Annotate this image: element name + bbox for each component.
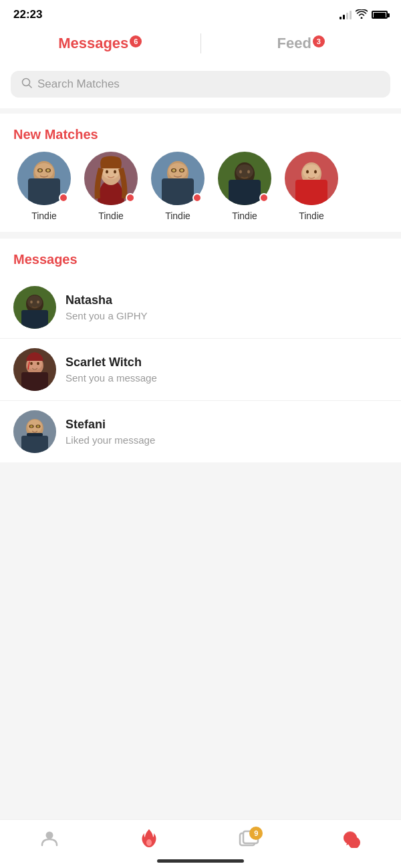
svg-line-1 [29,85,31,88]
svg-point-45 [30,362,33,365]
nav-stack[interactable]: 9 [239,829,260,848]
svg-rect-26 [229,180,261,205]
svg-point-28 [247,170,250,174]
svg-point-54 [30,425,33,428]
matches-scroll: Tindie [0,152,401,221]
svg-point-58 [146,839,152,846]
svg-point-34 [314,170,317,174]
match-name-2: Tindie [98,210,124,221]
svg-point-33 [306,170,309,174]
feed-tab[interactable]: Feed3 [201,35,402,52]
signal-icon [340,10,352,19]
nav-chat[interactable] [341,829,361,848]
svg-point-40 [37,301,39,303]
messages-tab[interactable]: Messages6 [0,35,200,52]
svg-point-27 [239,170,242,174]
message-preview-stefani: Liked your message [65,434,388,446]
profile-icon [40,829,59,848]
svg-point-63 [344,832,357,844]
match-name-5: Tindie [299,210,324,221]
svg-rect-38 [21,310,48,329]
search-icon [21,78,32,91]
message-name-stefani: Stefani [65,418,388,432]
svg-point-22 [180,169,184,172]
message-preview-natasha: Sent you a GIPHY [65,310,388,321]
status-time: 22:23 [13,8,42,21]
nav-profile[interactable] [40,829,59,848]
svg-point-31 [303,164,320,179]
nav-flame[interactable] [140,828,158,849]
message-avatar-natasha [13,286,56,329]
match-item-2[interactable]: Tindie [78,152,144,221]
search-placeholder: Search Matches [37,78,120,91]
message-info-stefani: Stefani Liked your message [65,418,388,446]
svg-point-14 [114,170,116,174]
match-name-1: Tindie [31,210,57,221]
home-indicator [157,859,244,863]
svg-point-55 [37,425,39,428]
message-name-natasha: Natasha [65,293,388,307]
search-bar[interactable]: Search Matches [11,71,390,98]
wifi-icon [356,9,368,21]
match-item-3[interactable]: Tindie [144,152,211,221]
match-name-4: Tindie [232,210,257,221]
online-dot-2 [126,193,135,202]
svg-rect-56 [27,433,43,436]
svg-rect-32 [295,180,327,205]
message-avatar-scarlet-witch [13,348,56,391]
svg-rect-18 [162,178,194,205]
svg-rect-51 [21,436,48,453]
match-item-1[interactable]: Tindie [11,152,78,221]
message-name-scarlet-witch: Scarlet Witch [65,355,388,370]
match-avatar-5 [285,152,338,205]
online-dot-3 [192,193,202,202]
message-item-stefani[interactable]: Stefani Liked your message [0,401,401,462]
battery-icon [372,11,388,19]
message-preview-scarlet-witch: Sent you a message [65,372,388,384]
status-icons [340,9,388,21]
svg-point-37 [27,295,42,309]
svg-point-21 [172,169,176,172]
svg-point-57 [46,832,53,839]
svg-rect-5 [28,178,60,205]
flame-icon [140,828,158,849]
svg-rect-44 [21,372,48,391]
svg-point-8 [39,169,42,172]
online-dot-4 [259,193,269,202]
status-bar: 22:23 [0,0,401,27]
svg-point-46 [37,362,39,365]
svg-point-39 [30,301,33,303]
match-name-3: Tindie [165,210,190,221]
main-content: Search Matches New Matches [0,64,401,523]
match-item-5[interactable]: Tindie [278,152,345,221]
new-matches-title: New Matches [0,114,401,152]
stack-badge: 9 [249,827,263,840]
svg-point-9 [47,169,50,172]
search-container: Search Matches [0,64,401,108]
message-info-natasha: Natasha Sent you a GIPHY [65,293,388,321]
header-tabs: Messages6 Feed3 [0,27,401,64]
new-matches-section: New Matches [0,114,401,232]
message-avatar-stefani [13,410,56,453]
message-item-natasha[interactable]: Natasha Sent you a GIPHY [0,277,401,339]
svg-point-25 [236,164,253,179]
message-item-scarlet-witch[interactable]: Scarlet Witch Sent you a message [0,339,401,401]
message-info-scarlet-witch: Scarlet Witch Sent you a message [65,355,388,384]
messages-section-title: Messages [0,239,401,277]
svg-point-13 [106,170,108,174]
match-item-4[interactable]: Tindie [211,152,278,221]
messages-section: Messages Natasha Sent you a GIPHY [0,239,401,462]
chat-icon [341,829,361,848]
online-dot-1 [59,193,68,202]
